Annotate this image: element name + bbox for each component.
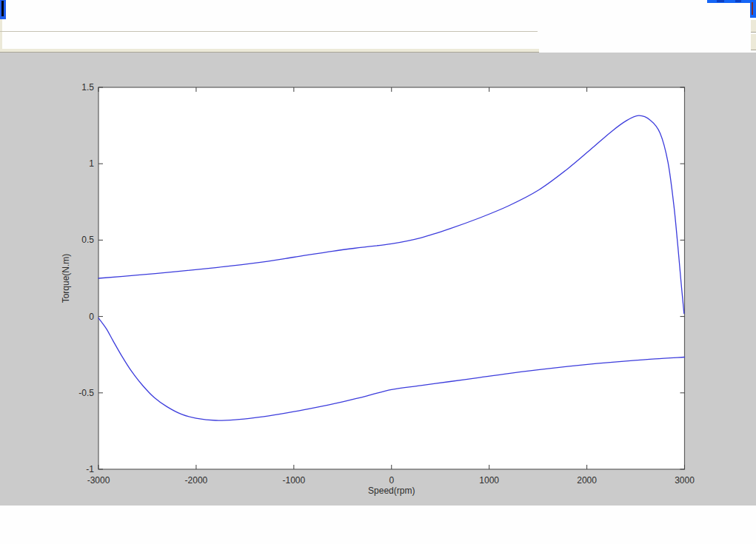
x-tick-label: 0 (389, 475, 394, 486)
bottom-strip (0, 506, 756, 544)
titlebar-tab-mark-1 (717, 0, 724, 2)
figure-canvas: -3000-2000-10000100020003000-1-0.500.511… (0, 53, 756, 506)
x-tick-label: -1000 (282, 475, 305, 486)
scrollbar-button-top[interactable] (751, 20, 756, 33)
y-axis-label: Torque(N.m) (61, 254, 71, 303)
window-fragment-topleft (0, 0, 6, 19)
x-tick-label: -3000 (87, 475, 110, 486)
x-tick-label: 2000 (577, 475, 597, 486)
torque-speed-plot: -3000-2000-10000100020003000-1-0.500.511… (0, 53, 756, 506)
scrollbar-track-fragment[interactable] (751, 34, 756, 50)
window-titlebar-fragment (707, 0, 756, 3)
window-divider-line (0, 31, 538, 32)
x-tick-label: 1000 (479, 475, 499, 486)
x-axis-label: Speed(rpm) (368, 486, 415, 496)
x-tick-label: 3000 (675, 475, 695, 486)
y-tick-label: 1.5 (81, 82, 94, 93)
y-tick-label: -0.5 (78, 388, 94, 398)
y-tick-label: 1 (89, 158, 94, 169)
y-tick-label: -1 (86, 464, 94, 474)
y-tick-label: 0.5 (81, 235, 94, 245)
window-edge-left (0, 19, 2, 49)
x-tick-label: -2000 (185, 475, 208, 486)
window-fragment-topleft-inner (1, 1, 4, 16)
top-window-strip (0, 0, 756, 53)
window-edge-right-inner (752, 2, 753, 15)
y-tick-label: 0 (89, 312, 94, 322)
titlebar-tab-mark-2 (735, 0, 741, 2)
